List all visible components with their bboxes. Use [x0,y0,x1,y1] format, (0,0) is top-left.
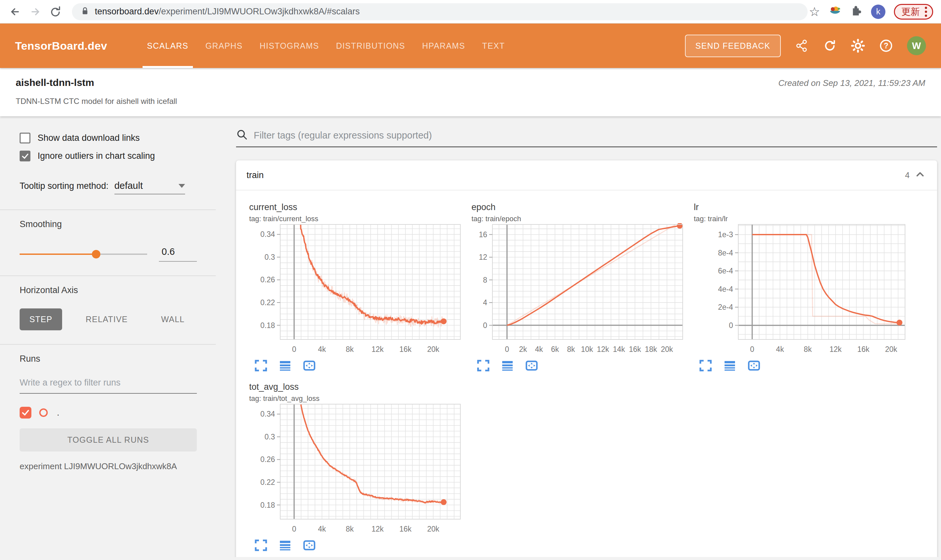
train-group-header[interactable]: train 4 [236,160,937,191]
expand-chart-icon[interactable] [255,539,267,553]
svg-text:12k: 12k [372,525,384,533]
svg-text:12k: 12k [372,345,384,354]
svg-text:12k: 12k [597,345,609,354]
settings-gear-icon[interactable] [851,38,865,53]
bookmark-star-icon[interactable]: ☆ [809,6,820,18]
svg-text:4k: 4k [318,345,326,354]
data-table-icon[interactable] [279,359,292,374]
toggle-all-runs-button[interactable]: TOGGLE ALL RUNS [20,428,197,452]
address-bar[interactable]: tensorboard.dev/experiment/LJI9MWUORLOw3… [72,3,808,20]
chart-plot[interactable]: 0.340.30.260.220.1804k8k12k16k20k [249,223,465,355]
refresh-icon[interactable] [823,38,837,53]
svg-text:20k: 20k [427,525,440,533]
svg-text:10k: 10k [581,345,594,354]
chart-toolbar [249,539,469,553]
experiment-created-date: Created on Sep 13, 2021, 11:59:23 AM [778,78,925,88]
chart-tag: tag: train/epoch [472,215,691,223]
svg-text:14k: 14k [613,345,625,354]
tab-histograms[interactable]: HISTOGRAMS [251,23,328,68]
show-download-links-checkbox[interactable]: Show data download links [20,133,197,143]
checkbox-checked-icon[interactable] [20,151,31,162]
extension-app-icon[interactable] [828,5,842,19]
chevron-up-icon[interactable] [915,169,925,181]
chart-plot[interactable]: 1e-38e-46e-44e-42e-4004k8k12k16k20k [694,223,910,355]
svg-text:0.34: 0.34 [260,230,275,238]
search-icon [236,129,248,142]
chart-current_loss: current_losstag: train/current_loss0.340… [249,202,469,374]
chart-title: epoch [472,202,691,212]
smoothing-value-field[interactable]: 0.6 [159,246,197,262]
axis-relative-button[interactable]: RELATIVE [76,308,138,330]
chart-lr: lrtag: train/lr1e-38e-46e-44e-42e-4004k8… [694,202,913,374]
fit-domain-icon[interactable] [303,359,316,374]
run-checkbox[interactable] [20,407,31,418]
data-table-icon[interactable] [279,539,292,553]
train-group-card: train 4 current_losstag: train/current_l… [236,160,937,557]
send-feedback-button[interactable]: SEND FEEDBACK [685,35,781,57]
ignore-outliers-checkbox[interactable]: Ignore outliers in chart scaling [20,151,197,162]
slider-thumb[interactable] [92,250,100,258]
browser-profile-avatar[interactable]: k [871,5,885,19]
reload-icon[interactable] [48,5,63,19]
svg-text:4k: 4k [318,525,326,533]
tab-graphs[interactable]: GRAPHS [197,23,251,68]
svg-text:4e-4: 4e-4 [718,285,733,293]
data-table-icon[interactable] [501,359,514,374]
url-text: tensorboard.dev/experiment/LJI9MWUORLOw3… [95,6,359,17]
settings-sidebar: Show data download links Ignore outliers… [0,116,216,557]
chart-title: current_loss [249,202,469,212]
run-row: . [20,407,197,418]
tab-text[interactable]: TEXT [474,23,514,68]
svg-text:16: 16 [479,230,487,239]
expand-chart-icon[interactable] [699,359,712,374]
tooltip-sorting-label: Tooltip sorting method: [20,181,108,191]
experiment-title-bar: aishell-tdnn-lstm Created on Sep 13, 202… [0,68,941,116]
svg-text:0: 0 [483,321,487,330]
svg-text:4: 4 [483,298,487,307]
chart-title: tot_avg_loss [249,382,469,392]
back-icon[interactable] [8,5,22,19]
user-avatar[interactable]: W [907,36,926,55]
help-icon[interactable]: ? [879,38,893,53]
data-table-icon[interactable] [723,359,736,374]
axis-wall-button[interactable]: WALL [151,308,194,330]
extensions-puzzle-icon[interactable] [850,5,862,18]
svg-text:1e-3: 1e-3 [718,230,733,239]
tag-filter-input[interactable] [254,130,937,141]
share-icon[interactable] [794,38,809,53]
fit-domain-icon[interactable] [747,359,761,374]
run-color-swatch [39,408,48,417]
svg-text:8k: 8k [567,345,575,354]
runs-label: Runs [20,354,197,364]
brand-logo[interactable]: TensorBoard.dev [15,40,107,52]
fit-domain-icon[interactable] [525,359,538,374]
chart-plot[interactable]: 161284002k4k6k8k10k12k14k16k18k20k [472,223,687,355]
svg-text:12: 12 [479,253,487,262]
browser-menu-icon[interactable] [924,6,927,17]
expand-chart-icon[interactable] [255,359,267,374]
experiment-id-label: experiment LJI9MWUORLOw3jkdhxwk8A [20,462,197,471]
tab-distributions[interactable]: DISTRIBUTIONS [328,23,413,68]
chart-tag: tag: train/current_loss [249,215,469,223]
main-panel: train 4 current_losstag: train/current_l… [216,116,941,557]
chart-epoch: epochtag: train/epoch161284002k4k6k8k10k… [472,202,691,374]
smoothing-label: Smoothing [20,219,197,229]
tab-scalars[interactable]: SCALARS [139,23,197,68]
tab-hparams[interactable]: HPARAMS [413,23,474,68]
svg-text:16k: 16k [629,345,641,354]
forward-icon[interactable] [28,5,43,19]
chart-plot[interactable]: 0.340.30.260.220.1804k8k12k16k20k [249,403,465,535]
svg-text:2k: 2k [519,345,527,354]
svg-text:6k: 6k [551,345,559,354]
smoothing-slider[interactable] [20,250,147,258]
checkbox-unchecked-icon[interactable] [20,133,31,143]
svg-text:0.3: 0.3 [264,253,275,262]
expand-chart-icon[interactable] [477,359,490,374]
tooltip-sorting-select[interactable]: default [114,180,185,194]
axis-step-button[interactable]: STEP [20,308,62,330]
lock-icon [80,6,90,18]
fit-domain-icon[interactable] [303,539,316,553]
runs-filter-input[interactable] [20,378,197,394]
browser-toolbar: tensorboard.dev/experiment/LJI9MWUORLOw3… [0,0,941,23]
chrome-update-button[interactable]: 更新 [894,4,933,20]
